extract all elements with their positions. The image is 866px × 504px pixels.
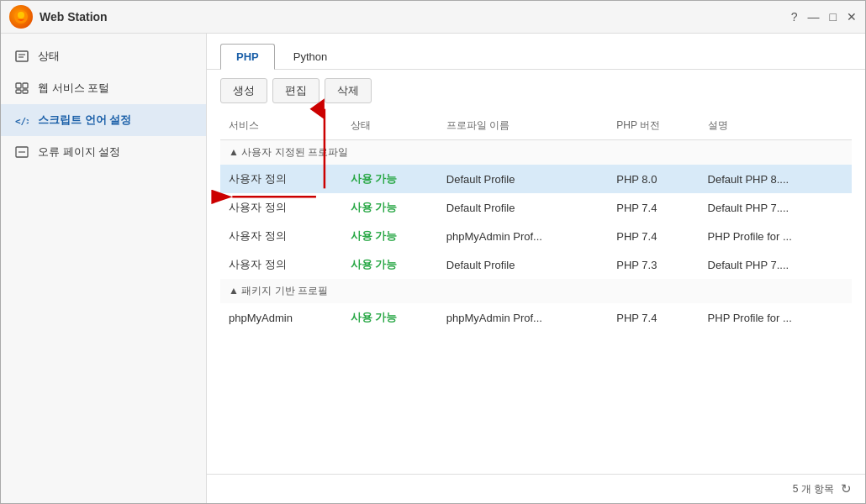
col-php-version: PHP 버전 [608, 112, 699, 140]
sidebar-item-script-settings[interactable]: </> 스크립트 언어 설정 [1, 104, 206, 136]
window-title: Web Station [40, 10, 791, 24]
cell-profile: Default Profile [438, 193, 608, 222]
cell-profile: Default Profile [438, 165, 608, 193]
svg-rect-8 [23, 90, 28, 93]
cell-desc: PHP Profile for ... [700, 303, 852, 332]
tab-bar: PHP Python [207, 34, 865, 70]
sidebar-label-status: 상태 [38, 49, 60, 64]
minimize-button[interactable]: — [808, 10, 820, 24]
table-container: 서비스 상태 프로파일 이름 PHP 버전 설명 ▲ 사용자 지정된 프로파일 [207, 112, 865, 474]
titlebar: Web Station ? — □ ✕ [1, 1, 865, 34]
sidebar-item-error-page[interactable]: 오류 페이지 설정 [1, 136, 206, 168]
main-area: 상태 웹 서비스 포털 </> [1, 34, 865, 503]
sidebar-item-web-portal[interactable]: 웹 서비스 포털 [1, 72, 206, 104]
cell-desc: PHP Profile for ... [700, 222, 852, 250]
col-description: 설명 [700, 112, 852, 140]
cell-service: phpMyAdmin [220, 303, 342, 332]
window-controls: ? — □ ✕ [791, 10, 857, 24]
footer: 5 개 항목 ↻ [207, 474, 865, 503]
tab-python[interactable]: Python [277, 44, 343, 69]
svg-text:</>: </> [15, 116, 29, 127]
edit-button[interactable]: 편집 [272, 78, 319, 103]
cell-version: PHP 7.3 [608, 250, 699, 279]
sidebar-item-status[interactable]: 상태 [1, 40, 206, 72]
section-package-based: ▲ 패키지 기반 프로필 [220, 279, 852, 303]
cell-profile: phpMyAdmin Prof... [438, 222, 608, 250]
cell-version: PHP 8.0 [608, 165, 699, 193]
sidebar-label-web-portal: 웹 서비스 포털 [38, 81, 109, 96]
col-profile-name: 프로파일 이름 [438, 112, 608, 140]
window: Web Station ? — □ ✕ 상태 [0, 0, 866, 504]
toolbar: 생성 편집 삭제 [207, 70, 865, 112]
table-row[interactable]: 사용자 정의 사용 가능 phpMyAdmin Prof... PHP 7.4 … [220, 222, 852, 250]
sidebar-label-script-settings: 스크립트 언어 설정 [38, 113, 131, 128]
col-service: 서비스 [220, 112, 342, 140]
help-button[interactable]: ? [791, 10, 798, 24]
cell-status: 사용 가능 [342, 303, 438, 332]
create-button[interactable]: 생성 [220, 78, 267, 103]
cell-version: PHP 7.4 [608, 303, 699, 332]
svg-rect-2 [16, 51, 28, 61]
cell-profile: phpMyAdmin Prof... [438, 303, 608, 332]
svg-rect-7 [16, 90, 21, 93]
cell-desc: Default PHP 7.... [700, 250, 852, 279]
content-area: PHP Python 생성 편집 삭제 [207, 34, 865, 503]
svg-rect-5 [16, 83, 21, 88]
col-status: 상태 [342, 112, 438, 140]
cell-status: 사용 가능 [342, 165, 438, 193]
script-settings-icon: </> [14, 113, 29, 128]
error-page-icon [14, 144, 29, 160]
svg-rect-6 [23, 83, 28, 88]
cell-desc: Default PHP 8.... [700, 165, 852, 193]
refresh-button[interactable]: ↻ [841, 481, 852, 496]
sidebar: 상태 웹 서비스 포털 </> [1, 34, 207, 503]
cell-status: 사용 가능 [342, 193, 438, 222]
cell-status: 사용 가능 [342, 222, 438, 250]
cell-version: PHP 7.4 [608, 193, 699, 222]
table-row[interactable]: phpMyAdmin 사용 가능 phpMyAdmin Prof... PHP … [220, 303, 852, 332]
app-logo [9, 5, 33, 29]
close-button[interactable]: ✕ [847, 10, 857, 24]
svg-point-1 [18, 12, 24, 18]
cell-version: PHP 7.4 [608, 222, 699, 250]
table-row[interactable]: 사용자 정의 사용 가능 Default Profile PHP 7.3 Def… [220, 250, 852, 279]
tab-php[interactable]: PHP [220, 44, 275, 70]
section-user-defined: ▲ 사용자 지정된 프로파일 [220, 140, 852, 165]
cell-service: 사용자 정의 [220, 222, 342, 250]
web-portal-icon [14, 81, 29, 96]
cell-desc: Default PHP 7.... [700, 193, 852, 222]
delete-button[interactable]: 삭제 [325, 78, 372, 103]
cell-service: 사용자 정의 [220, 193, 342, 222]
maximize-button[interactable]: □ [830, 10, 837, 24]
profiles-table: 서비스 상태 프로파일 이름 PHP 버전 설명 ▲ 사용자 지정된 프로파일 [220, 112, 852, 332]
cell-service: 사용자 정의 [220, 165, 342, 193]
item-count: 5 개 항목 [793, 482, 834, 496]
cell-service: 사용자 정의 [220, 250, 342, 279]
cell-profile: Default Profile [438, 250, 608, 279]
content: PHP Python 생성 편집 삭제 [207, 34, 865, 503]
status-icon [14, 49, 29, 64]
table-row[interactable]: 사용자 정의 사용 가능 Default Profile PHP 8.0 Def… [220, 165, 852, 193]
cell-status: 사용 가능 [342, 250, 438, 279]
sidebar-label-error-page: 오류 페이지 설정 [38, 144, 120, 160]
table-row[interactable]: 사용자 정의 사용 가능 Default Profile PHP 7.4 Def… [220, 193, 852, 222]
